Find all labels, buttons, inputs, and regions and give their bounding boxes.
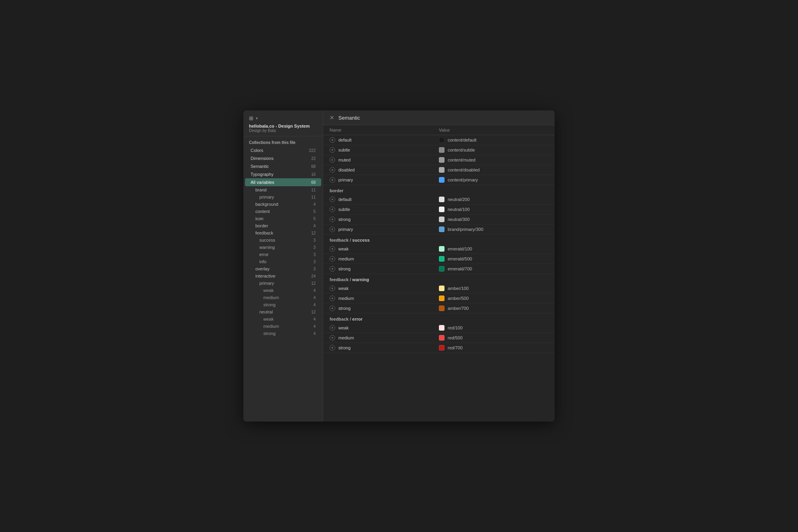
sidebar-item-semantic[interactable]: Semantic 68 [245, 162, 321, 170]
sidebar-item-interactive-primary-medium-label: medium [263, 295, 279, 300]
row-value-warning-strong: amber/700 [439, 305, 548, 311]
sidebar-header: ⊞ ▾ hellobala.co - Design System Design … [243, 110, 323, 136]
color-swatch [439, 335, 444, 341]
table-row[interactable]: subtle content/subtle [323, 145, 555, 155]
sidebar-item-all-variables[interactable]: All variables 68 [245, 178, 321, 186]
section-header-feedback-warning-text: feedback / warning [330, 277, 369, 282]
row-value-success-strong: emerald/700 [439, 266, 548, 272]
sidebar-item-feedback-error[interactable]: error 3 [245, 251, 321, 258]
sidebar-item-icon-label: icon [255, 216, 263, 221]
sidebar-item-interactive-neutral[interactable]: neutral 12 [245, 308, 321, 315]
sidebar-item-typography[interactable]: Typography 16 [245, 170, 321, 178]
table-row[interactable]: medium amber/500 [323, 294, 555, 303]
sidebar-item-interactive-neutral-strong[interactable]: strong 4 [245, 330, 321, 337]
table-row[interactable]: default neutral/200 [323, 195, 555, 205]
variable-icon [330, 137, 335, 143]
value-label: amber/500 [448, 296, 469, 301]
sidebar-item-interactive-primary-strong[interactable]: strong 4 [245, 301, 321, 308]
row-value-success-medium: emerald/500 [439, 256, 548, 262]
sidebar-item-interactive-primary-label: primary [259, 281, 274, 286]
variable-icon [330, 177, 335, 183]
sidebar-item-interactive-neutral-medium-label: medium [263, 324, 279, 329]
sidebar-item-feedback-success[interactable]: success 3 [245, 236, 321, 244]
row-name-error-strong: strong [330, 345, 439, 351]
sidebar-item-interactive-label: interactive [255, 274, 275, 278]
sidebar-item-colors[interactable]: Colors 222 [245, 146, 321, 154]
table-row[interactable]: weak amber/100 [323, 284, 555, 294]
table-row[interactable]: strong amber/700 [323, 303, 555, 313]
row-name-warning-weak: weak [330, 286, 439, 291]
row-name-border-strong: strong [330, 217, 439, 222]
color-swatch [439, 167, 444, 173]
sidebar-item-feedback-warning[interactable]: warning 3 [245, 244, 321, 251]
table-row[interactable]: medium emerald/500 [323, 254, 555, 264]
sidebar-item-border-count: 4 [313, 224, 316, 228]
variable-icon [330, 335, 335, 341]
sidebar-item-interactive-neutral-weak[interactable]: weak 4 [245, 315, 321, 323]
sidebar-item-all-variables-label: All variables [251, 180, 274, 185]
row-label: medium [338, 296, 354, 301]
color-swatch [439, 147, 444, 153]
sidebar-item-overlay[interactable]: overlay 3 [245, 265, 321, 272]
sidebar-item-interactive-primary[interactable]: primary 12 [245, 280, 321, 287]
section-header-border: border [323, 185, 555, 195]
sidebar-item-brand-primary[interactable]: primary 11 [245, 193, 321, 201]
variable-icon [330, 296, 335, 301]
sidebar-item-interactive-primary-medium[interactable]: medium 4 [245, 294, 321, 301]
section-header-feedback-error-text: feedback / error [330, 317, 363, 321]
row-name-success-medium: medium [330, 256, 439, 262]
close-icon[interactable]: ✕ [330, 114, 334, 121]
sidebar-item-interactive-neutral-strong-label: strong [263, 331, 276, 336]
table-row[interactable]: weak red/100 [323, 323, 555, 333]
variable-icon [330, 246, 335, 252]
sidebar-item-feedback-error-count: 3 [313, 252, 316, 257]
sidebar-item-interactive-primary-weak[interactable]: weak 4 [245, 287, 321, 294]
row-name-warning-medium: medium [330, 296, 439, 301]
table-content: default content/default subtle content/s… [323, 135, 555, 422]
color-swatch [439, 207, 444, 212]
value-label: red/700 [448, 345, 462, 350]
section-sub-label: error [352, 317, 363, 321]
color-swatch [439, 266, 444, 272]
row-name-warning-strong: strong [330, 305, 439, 311]
table-row[interactable]: weak emerald/100 [323, 244, 555, 254]
table-row[interactable]: subtle neutral/100 [323, 205, 555, 215]
table-row[interactable]: disabled content/disabled [323, 165, 555, 175]
sidebar-item-feedback-info[interactable]: info 3 [245, 258, 321, 265]
sidebar-item-content[interactable]: content 5 [245, 208, 321, 215]
sidebar-item-feedback-warning-label: warning [259, 245, 275, 250]
table-row[interactable]: muted content/muted [323, 155, 555, 165]
sidebar-item-background[interactable]: background 4 [245, 201, 321, 208]
variable-icon [330, 256, 335, 262]
table-row[interactable]: strong red/700 [323, 343, 555, 353]
table-row[interactable]: primary content/primary [323, 175, 555, 185]
sidebar-item-interactive-neutral-medium[interactable]: medium 4 [245, 323, 321, 330]
row-value-warning-medium: amber/500 [439, 296, 548, 301]
sidebar-item-interactive[interactable]: interactive 24 [245, 272, 321, 280]
sidebar-item-all-variables-count: 68 [311, 180, 316, 185]
table-row[interactable]: primary brand/primary/300 [323, 225, 555, 234]
variable-icon [330, 227, 335, 232]
sidebar-item-feedback-success-label: success [259, 238, 275, 242]
value-label: content/muted [448, 158, 476, 162]
sidebar-item-brand[interactable]: brand 11 [245, 186, 321, 193]
sidebar-item-feedback-warning-count: 3 [313, 245, 316, 250]
sidebar-item-content-label: content [255, 209, 270, 214]
sidebar-item-border[interactable]: border 4 [245, 222, 321, 229]
table-row[interactable]: default content/default [323, 135, 555, 145]
row-label: subtle [338, 148, 350, 152]
row-value-warning-weak: amber/100 [439, 286, 548, 291]
table-row[interactable]: strong emerald/700 [323, 264, 555, 274]
table-row[interactable]: medium red/500 [323, 333, 555, 343]
sidebar-item-colors-count: 222 [309, 148, 316, 153]
sidebar-item-dimensions[interactable]: Dimensions 22 [245, 154, 321, 162]
table-row[interactable]: strong neutral/300 [323, 215, 555, 225]
sidebar-item-overlay-count: 3 [313, 267, 316, 271]
sidebar-item-dimensions-label: Dimensions [251, 156, 273, 161]
sidebar-item-interactive-neutral-weak-label: weak [263, 317, 274, 321]
sidebar-item-feedback[interactable]: feedback 12 [245, 229, 321, 236]
section-header-feedback-error: feedback / error [323, 313, 555, 323]
sidebar-item-brand-primary-label: primary [259, 195, 274, 199]
sidebar-item-icon[interactable]: icon 5 [245, 215, 321, 222]
sidebar-item-feedback-info-count: 3 [313, 260, 316, 264]
